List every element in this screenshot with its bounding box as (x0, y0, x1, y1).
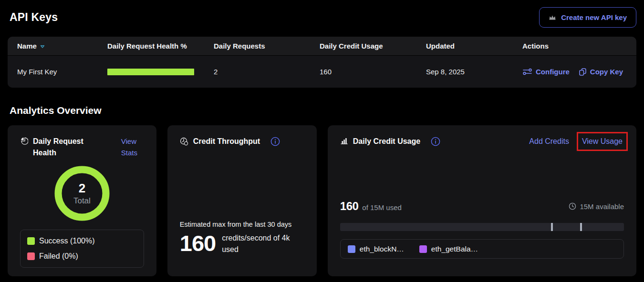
configure-button[interactable]: Configure (522, 68, 570, 76)
donut-total-value: 2 (79, 181, 85, 196)
request-health-legend: Success (100%) Failed (0%) (20, 230, 144, 268)
analytics-section-title: Analytics Overview (10, 105, 636, 116)
legend-item-eth-getbalance: eth_getBala… (419, 245, 478, 253)
request-health-donut-chart: 2 Total (53, 164, 111, 222)
column-header-health: Daily Request Health % (107, 42, 214, 50)
legend-item-success: Success (100%) (27, 233, 137, 249)
method-swatch (419, 245, 427, 253)
copy-key-button[interactable]: Copy Key (579, 68, 623, 76)
daily-credit-usage-value: 160 (320, 68, 426, 76)
throughput-value: 160 (180, 232, 216, 255)
column-header-daily-credit-usage: Daily Credit Usage (320, 42, 426, 50)
card-title: Credit Throughput (193, 136, 260, 147)
health-bar (107, 69, 194, 75)
api-keys-table: Name Daily Request Health % Daily Reques… (8, 37, 636, 88)
daily-requests-value: 2 (214, 68, 320, 76)
credit-usage-legend: eth_blockN… eth_getBala… (340, 239, 624, 259)
red-highlight-annotation: View Usage (577, 132, 628, 151)
sort-chevron-down-icon[interactable] (40, 45, 45, 49)
api-key-name: My First Key (17, 68, 107, 76)
throughput-subtitle: Estimated max from the last 30 days (180, 221, 304, 228)
table-row: My First Key 2 160 Sep 8, 2025 (8, 56, 636, 88)
legend-item-failed: Failed (0%) (27, 249, 137, 264)
dashboard: API Keys Create new API key Name Daily R… (0, 0, 644, 276)
card-title: Daily Credit Usage (353, 136, 420, 147)
clock-icon (569, 202, 576, 210)
add-credits-link[interactable]: Add Credits (529, 137, 569, 146)
column-header-actions: Actions (522, 42, 627, 50)
page-title: API Keys (10, 11, 58, 24)
health-bar-track (107, 69, 194, 75)
credits-available-label: 15M available (580, 202, 624, 211)
donut-total-label: Total (73, 196, 91, 206)
credits-available: 15M available (569, 202, 624, 211)
sliders-icon (522, 68, 532, 75)
throughput-unit: credits/second of 4k used (222, 232, 304, 255)
info-icon[interactable] (270, 137, 280, 148)
view-stats-link[interactable]: View Stats (121, 136, 144, 159)
credits-used-suffix: of 15M used (362, 203, 402, 212)
view-usage-link[interactable]: View Usage (582, 137, 623, 145)
failed-swatch (27, 252, 35, 260)
column-header-name[interactable]: Name (17, 42, 107, 50)
top-bar: API Keys Create new API key (8, 7, 636, 28)
column-header-updated: Updated (426, 42, 522, 50)
credit-throughput-card: Credit Throughput Estimated max from the… (167, 125, 317, 276)
credit-usage-progress-bar (340, 223, 624, 231)
daily-credit-usage-card: Daily Credit Usage Add Credits View Usag… (328, 125, 636, 276)
analytics-cards: Daily Request Health View Stats 2 Total … (8, 125, 636, 276)
create-api-key-label: Create new API key (561, 13, 627, 21)
bar-chart-icon (340, 137, 348, 147)
updated-value: Sep 8, 2025 (426, 68, 522, 76)
create-api-key-button[interactable]: Create new API key (539, 7, 636, 28)
table-header-row: Name Daily Request Health % Daily Reques… (8, 37, 636, 56)
card-title: Daily Request Health (33, 136, 91, 159)
daily-request-health-card: Daily Request Health View Stats 2 Total … (8, 125, 156, 276)
usage-summary: 160 of 15M used 15M available (340, 200, 624, 213)
success-swatch (27, 237, 35, 245)
progress-tick (580, 223, 582, 231)
gauge-icon (180, 137, 188, 148)
progress-tick (551, 223, 553, 231)
column-header-daily-requests: Daily Requests (214, 42, 320, 50)
copy-icon (579, 68, 587, 76)
crown-icon (549, 14, 556, 20)
actions-cell: Configure Copy Key (522, 68, 627, 76)
legend-item-eth-blocknumber: eth_blockN… (348, 245, 404, 253)
pie-chart-icon (20, 137, 28, 147)
credits-used-value: 160 (340, 200, 359, 213)
method-swatch (348, 245, 355, 253)
info-icon[interactable] (431, 137, 440, 148)
